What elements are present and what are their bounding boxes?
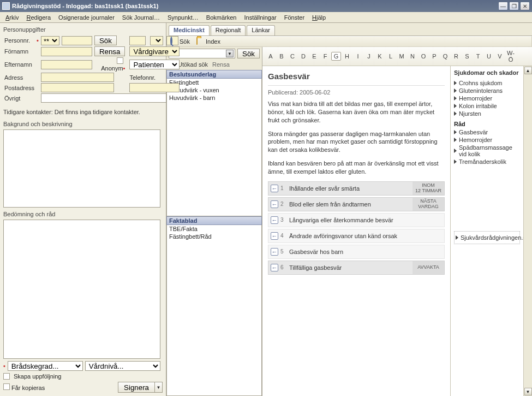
close-button[interactable]: ✕	[520, 2, 530, 10]
ovrigt-input[interactable]	[41, 93, 166, 103]
menu-hjalp[interactable]: Hjälp	[309, 14, 329, 21]
signera-button[interactable]: Signera	[118, 382, 155, 393]
triage-row[interactable]: ←2Blod eller slem från ändtarmenNÄSTAVAR…	[268, 197, 445, 211]
efternamn-input[interactable]	[41, 60, 92, 69]
menu-arkiv[interactable]: Arkiv	[2, 14, 22, 21]
alpha-C[interactable]: C	[288, 52, 297, 60]
signera-dropdown[interactable]: ▼	[155, 382, 163, 393]
mid-sok-button[interactable]: Sök	[237, 49, 260, 58]
triage-row[interactable]: ←1Ihållande eller svår smärtaINOM12 TIMM…	[268, 181, 445, 196]
alpha-W-Ö[interactable]: W-Ö	[506, 49, 516, 63]
alpha-L[interactable]: L	[386, 52, 396, 60]
field-extra-1[interactable]	[129, 36, 146, 45]
alpha-U[interactable]: U	[484, 52, 494, 60]
field-extra-2[interactable]	[166, 36, 178, 45]
alpha-S[interactable]: S	[462, 52, 472, 60]
patienten-select[interactable]: Patienten	[129, 60, 180, 69]
menu-osignerade[interactable]: Osignerade journaler	[55, 14, 118, 21]
vardniva-select[interactable]: Vårdnivå...	[85, 361, 160, 371]
triage-number: 6	[280, 264, 287, 270]
list-item[interactable]: Fästingbett/Råd	[167, 233, 261, 240]
alpha-A[interactable]: A	[266, 52, 276, 60]
select-extra-1[interactable]	[150, 36, 163, 45]
alpha-T[interactable]: T	[473, 52, 483, 60]
list-item[interactable]: Fästingbett	[167, 79, 261, 86]
menu-redigera[interactable]: Redigera	[23, 14, 54, 21]
label-postadress: Postadress	[3, 82, 35, 93]
right-sidebar: Sjukdomar och skador Crohns sjukdomGlute…	[450, 66, 523, 396]
alpha-F[interactable]: F	[320, 52, 330, 60]
sidebar-link[interactable]: Spädbarnsmassage vid kolik	[454, 144, 520, 158]
sidebar-link[interactable]: Kolon irritabile	[454, 102, 520, 110]
article-paragraph: Stora mängder gas passerar dagligen mag-…	[268, 130, 443, 155]
sidebar-link[interactable]: Hemorrojder	[454, 94, 520, 102]
back-arrow-icon: ←	[271, 200, 278, 208]
copy-checkbox[interactable]	[3, 383, 10, 390]
alpha-N[interactable]: N	[408, 52, 417, 60]
triage-number: 4	[280, 233, 287, 239]
vardgivare-select[interactable]: Vårdgivare...	[129, 46, 180, 56]
alpha-R[interactable]: R	[451, 52, 461, 60]
alpha-E[interactable]: E	[309, 52, 319, 60]
bedomning-textarea[interactable]	[3, 220, 160, 359]
triage-row[interactable]: ←3Långvariga eller återkommande besvär	[268, 213, 445, 227]
sidebar-link[interactable]: Glutenintolerans	[454, 87, 520, 94]
alpha-B[interactable]: B	[277, 52, 286, 60]
list-item[interactable]: Huvudvärk - barn	[167, 94, 261, 102]
alpha-J[interactable]: J	[364, 52, 374, 60]
alpha-I[interactable]: I	[353, 52, 363, 60]
menu-fonster[interactable]: Fönster	[281, 14, 308, 21]
triage-row[interactable]: ←5Gasbesvär hos barn	[268, 245, 445, 259]
list-item[interactable]: Huvudvärk - vuxen	[167, 86, 261, 94]
sidebar-link[interactable]: Gasbesvär	[454, 128, 520, 136]
caret-icon	[454, 81, 457, 85]
label-anonym: Anonym	[101, 65, 123, 72]
adress-input[interactable]	[41, 73, 114, 82]
alpha-Q[interactable]: Q	[440, 52, 450, 60]
article-published: Publicerad: 2005-06-02	[268, 89, 445, 96]
alpha-K[interactable]: K	[375, 52, 385, 60]
triage-row[interactable]: ←6Tillfälliga gasbesvärAVVAKTA	[268, 261, 445, 275]
scrollbar[interactable]: ▲ ▼	[523, 66, 532, 396]
telefon-input[interactable]	[129, 83, 180, 92]
sidebar-link[interactable]: Crohns sjukdom	[454, 79, 520, 87]
scroll-down-icon[interactable]: ▼	[524, 388, 532, 395]
postadress-input[interactable]	[41, 83, 114, 92]
maximize-button[interactable]: ❐	[509, 2, 519, 10]
fornamn-input[interactable]	[41, 47, 92, 56]
scroll-up-icon[interactable]: ▲	[524, 67, 532, 74]
personnr-input[interactable]	[62, 36, 92, 45]
alpha-H[interactable]: H	[342, 52, 352, 60]
window-title: Rådgivningsstöd - Inloggad: bas1tssk1 (b…	[12, 3, 498, 9]
alpha-P[interactable]: P	[429, 52, 439, 60]
tab-medicinskt[interactable]: Medicinskt	[169, 25, 210, 36]
bradskegrad-select[interactable]: Brådskegrad...	[8, 361, 83, 371]
alpha-D[interactable]: D	[298, 52, 308, 60]
sidebar-link[interactable]: Njursten	[454, 110, 520, 117]
alpha-G[interactable]: G	[331, 52, 341, 61]
triage-row[interactable]: ←4Ändrade avföringsvanor utan känd orsak	[268, 229, 445, 243]
sok-button[interactable]: Sök	[94, 36, 117, 45]
personnr-prefix[interactable]: **	[41, 36, 59, 45]
minimize-button[interactable]: —	[498, 2, 508, 10]
menu-synpunkt[interactable]: Synpunkt…	[164, 14, 202, 21]
bakgrund-textarea[interactable]	[3, 129, 160, 208]
sidebar-link[interactable]: Tremånaderskolik	[454, 158, 520, 166]
tab-lankar[interactable]: Länkar	[247, 25, 275, 36]
rensa-button[interactable]: Rensa	[94, 46, 125, 56]
anonym-checkbox[interactable]	[117, 57, 123, 64]
followup-checkbox[interactable]	[3, 373, 10, 380]
tab-regionalt[interactable]: Regionalt	[211, 25, 246, 36]
list-item[interactable]: TBE/Fakta	[167, 225, 261, 233]
menu-installningar[interactable]: Inställningar	[241, 14, 279, 21]
alpha-M[interactable]: M	[397, 52, 407, 60]
external-link[interactable]: Sjukvårdsrådgivningen.se	[456, 234, 518, 241]
mid-rensa-link[interactable]: Rensa	[212, 61, 230, 68]
menu-sok-journal[interactable]: Sök Journal…	[119, 14, 163, 21]
alpha-V[interactable]: V	[495, 52, 505, 60]
toolbar-index[interactable]: Index	[196, 38, 220, 45]
triage-text: Långvariga eller återkommande besvär	[287, 217, 444, 223]
sidebar-link[interactable]: Hemorrojder	[454, 136, 520, 144]
alpha-O[interactable]: O	[419, 52, 428, 60]
menu-bokmarken[interactable]: Bokmärken	[203, 14, 240, 21]
